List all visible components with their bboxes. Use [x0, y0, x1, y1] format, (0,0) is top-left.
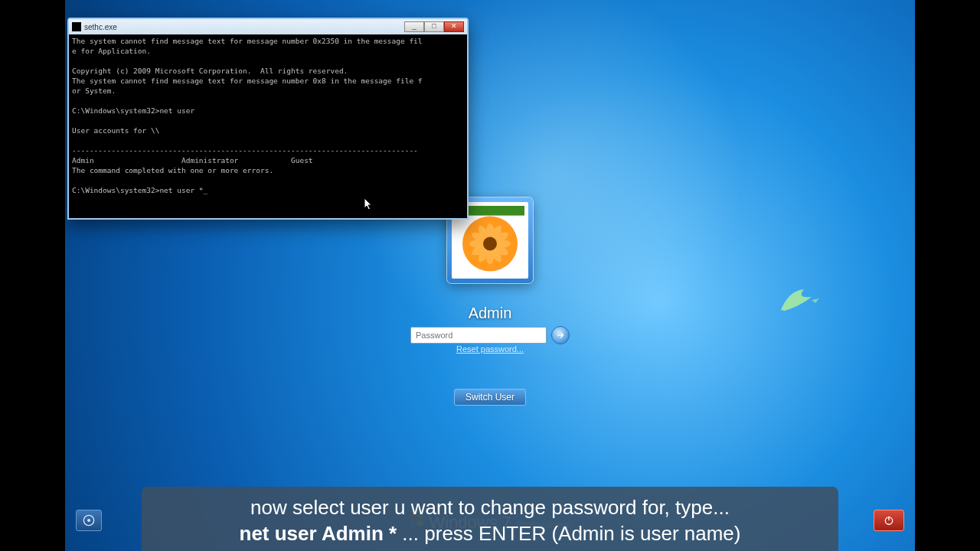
- cmd-icon: [72, 22, 81, 31]
- reset-password-link[interactable]: Reset password...: [456, 344, 524, 354]
- caption-line1: now select user u want to change passwor…: [250, 496, 730, 519]
- mouse-cursor-icon: [364, 197, 373, 211]
- login-screen: Admin Reset password... Switch User Wind…: [65, 0, 915, 551]
- caption-bold: net user Admin *: [240, 522, 397, 545]
- cmd-titlebar[interactable]: sethc.exe _ □ ✕: [69, 19, 467, 34]
- svg-point-8: [483, 237, 497, 251]
- cmd-separator: ----------------------------------------…: [72, 146, 418, 155]
- svg-point-11: [87, 519, 90, 522]
- cmd-prompt-2: C:\Windows\system32>net user *_: [72, 186, 207, 194]
- maximize-button[interactable]: □: [424, 21, 444, 32]
- power-button[interactable]: [874, 510, 904, 531]
- username-label: Admin: [469, 305, 512, 322]
- cmd-users-row: Admin Administrator Guest: [72, 156, 313, 165]
- cmd-output[interactable]: The system cannot find message text for …: [69, 34, 467, 218]
- cmd-completed: The command completed with one or more e…: [72, 166, 273, 174]
- cmd-window[interactable]: sethc.exe _ □ ✕ The system cannot find m…: [67, 18, 469, 220]
- minimize-button[interactable]: _: [404, 21, 424, 32]
- ease-of-access-button[interactable]: [76, 510, 102, 531]
- cmd-title: sethc.exe: [84, 23, 404, 31]
- cmd-text-1: The system cannot find message text for …: [72, 37, 423, 135]
- password-input[interactable]: [410, 327, 547, 344]
- switch-user-button[interactable]: Switch User: [454, 389, 526, 406]
- caption-line2: ... press ENTER (Admin is user name): [397, 522, 740, 545]
- close-button[interactable]: ✕: [444, 21, 464, 32]
- leaf-decoration: [777, 283, 823, 314]
- password-row: [410, 326, 570, 344]
- tutorial-caption: now select user u want to change passwor…: [142, 487, 838, 551]
- submit-button[interactable]: [551, 326, 570, 344]
